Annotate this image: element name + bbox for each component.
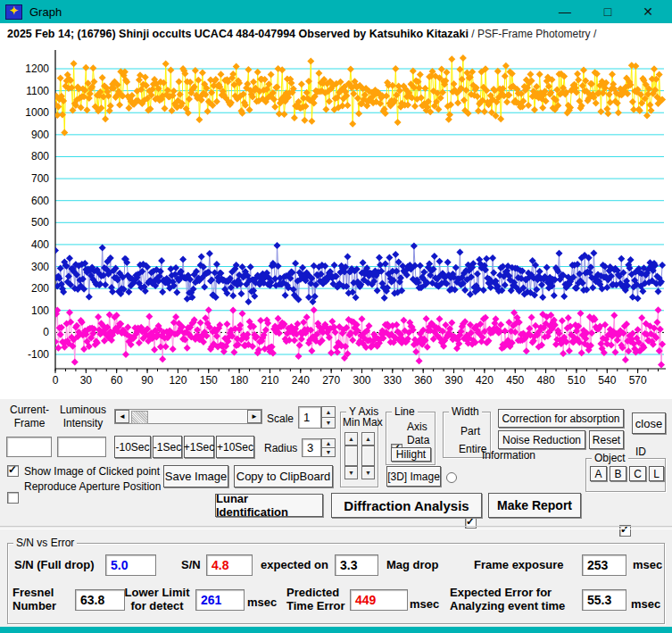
lunar-identification-button[interactable]: Lunar Identification [215,494,323,517]
object-c-button[interactable]: C [629,466,646,481]
make-report-button[interactable]: Make Report [488,493,581,518]
radius-down-icon[interactable]: ▼ [321,447,336,457]
svg-text:480: 480 [537,374,555,387]
separator [0,526,672,529]
svg-text:-100: -100 [28,348,49,361]
expected-error-value: 55.3 [582,589,626,611]
svg-text:60: 60 [111,374,123,387]
svg-text:600: 600 [31,195,49,207]
svg-text:120: 120 [169,374,187,387]
svg-text:270: 270 [322,374,340,387]
scrollbar-left-arrow-icon[interactable]: ◄ [115,410,129,423]
minus-10sec-button[interactable]: -10Sec [114,436,151,458]
current-frame-input[interactable] [6,437,52,457]
correction-absorption-button[interactable]: Correction for absorption [498,409,624,428]
svg-text:800: 800 [31,150,49,162]
graph-window: ✦ Graph — □ ✕ 2025 Feb 14; (16796) Shinj… [0,0,672,633]
object-a-button[interactable]: A [590,466,607,481]
expected-error-label: Expected Error forAnalyzing event time [450,586,565,612]
lower-limit-label: Lower Limitfor detect [121,586,193,612]
svg-text:500: 500 [31,216,49,229]
title-bar: ✦ Graph — □ ✕ [0,0,672,23]
svg-text:700: 700 [31,172,49,185]
minimize-button[interactable]: — [553,2,577,21]
radius-label: Radius [264,442,297,454]
radius-input[interactable]: 3 [302,438,321,457]
y-axis-max-label: Max [362,416,383,429]
reset-button[interactable]: Reset [589,430,624,449]
diffraction-analysis-button[interactable]: Diffraction Analysis [331,493,482,518]
expected-error-unit: msec [631,597,660,611]
predicted-time-error-label: PredictedTime Error [286,586,345,612]
line-data-label: Data [407,434,429,446]
show-image-checkbox[interactable]: ✓ [7,465,19,477]
frame-exposure-value: 253 [582,554,626,576]
window-title: Graph [29,5,62,19]
information-label: Information [482,449,535,462]
svg-text:1100: 1100 [26,85,49,97]
scale-down-icon[interactable]: ▼ [321,417,336,429]
close-window-button[interactable]: ✕ [636,2,660,21]
svg-text:0: 0 [53,374,59,387]
plus-1sec-button[interactable]: +1Sec [184,436,214,458]
3d-image-button[interactable]: [3D] Image [386,466,441,487]
show-image-label: Show Image of Clicked point [24,465,160,478]
copy-to-clipboard-button[interactable]: Copy to ClipBoard [234,465,333,487]
frame-scrollbar[interactable]: ◄ ► [114,409,262,424]
y-min-track[interactable] [344,446,358,466]
svg-text:300: 300 [31,261,49,273]
scrollbar-thumb[interactable] [131,411,148,424]
close-button[interactable]: close [632,412,666,434]
save-image-button[interactable]: Save Image [163,465,228,487]
y-min-down-icon[interactable]: ▼ [344,466,358,479]
width-part-radio[interactable] [446,472,457,483]
y-max-track[interactable] [361,446,375,466]
svg-text:150: 150 [200,374,218,387]
noise-reduction-button[interactable]: Noise Reduction [498,430,585,449]
plus-10sec-button[interactable]: +10Sec [216,436,254,458]
observation-title-main: 2025 Feb 14; (16796) Shinji occults UCAC… [7,28,469,40]
line-group-label: Line [392,405,418,418]
fresnel-number-label: FresnelNumber [12,586,56,612]
svg-text:510: 510 [568,374,585,387]
scale-input[interactable]: 1 [298,406,321,429]
scrollbar-right-arrow-icon[interactable]: ► [247,410,261,423]
luminous-intensity-input[interactable] [57,437,106,457]
y-min-up-icon[interactable]: ▲ [344,432,358,446]
y-max-up-icon[interactable]: ▲ [361,432,375,446]
reproduce-aperture-label: Reproduce Aperture Position [24,480,161,493]
mag-drop-value: 3.3 [335,554,378,576]
sn-vs-error-title: S/N vs Error [13,537,77,549]
svg-text:1200: 1200 [25,62,49,75]
svg-text:0: 0 [43,326,49,338]
svg-text:1000: 1000 [25,106,49,119]
svg-text:360: 360 [414,374,432,387]
mag-drop-label: Mag drop [386,558,439,571]
sn-full-drop-value: 5.0 [105,554,156,576]
svg-text:390: 390 [445,374,463,387]
reproduce-aperture-checkbox[interactable]: ✓ [7,492,19,504]
maximize-button[interactable]: □ [596,2,619,21]
svg-text:450: 450 [506,374,524,387]
current-frame-label: Current-Frame [4,404,55,430]
id-label: ID [635,446,646,458]
y-max-down-icon[interactable]: ▼ [361,466,375,479]
lower-limit-unit: msec [247,596,277,609]
luminous-intensity-label: LuminousIntensity [55,404,111,430]
svg-text:540: 540 [598,374,616,387]
predicted-time-error-value: 449 [350,589,408,611]
window-bottom-border [0,627,672,633]
light-curve-chart[interactable]: -100010020030040050060070080090010001100… [0,39,672,398]
svg-text:90: 90 [141,374,153,387]
minus-1sec-button[interactable]: -1Sec [153,436,182,458]
svg-text:420: 420 [476,374,494,387]
fresnel-number-value: 63.8 [75,589,125,611]
sn-label: S/N [181,558,201,571]
hilight-button[interactable]: Hilight [391,447,431,462]
chart-region: 2025 Feb 14; (16796) Shinji occults UCAC… [0,23,672,399]
svg-text:330: 330 [384,374,402,387]
svg-text:900: 900 [31,129,49,141]
object-b-button[interactable]: B [610,466,626,481]
observation-title: 2025 Feb 14; (16796) Shinji occults UCAC… [7,28,596,40]
object-l-button[interactable]: L [649,466,664,481]
